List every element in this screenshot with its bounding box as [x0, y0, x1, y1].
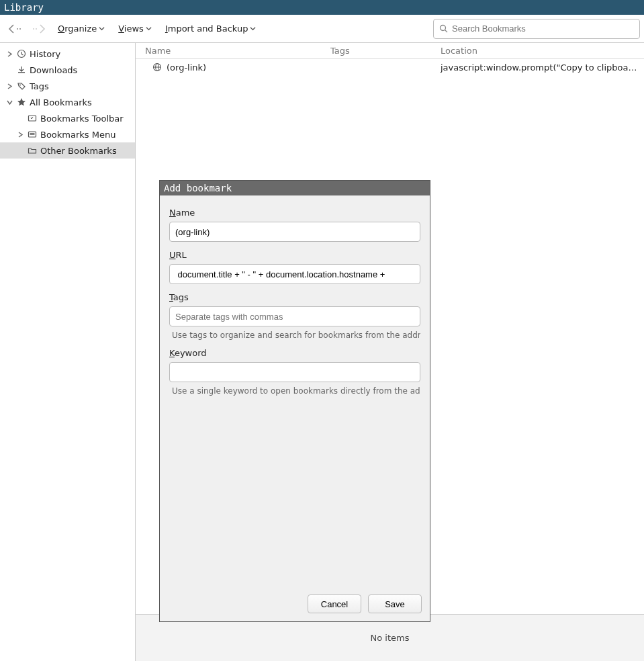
- row-location: javascript:window.prompt("Copy to clipbo…: [431, 62, 644, 73]
- organize-menu[interactable]: Organize: [52, 21, 110, 36]
- sidebar-item-downloads[interactable]: Downloads: [0, 62, 135, 78]
- sidebar-item-bookmarks-toolbar[interactable]: Bookmarks Toolbar: [0, 110, 135, 126]
- column-headers: Name Tags Location: [136, 43, 644, 59]
- svg-point-1: [19, 28, 21, 30]
- star-icon: [16, 97, 27, 107]
- url-field[interactable]: [169, 264, 420, 284]
- row-name: (org-link): [167, 62, 206, 73]
- svg-point-2: [33, 28, 34, 30]
- table-row[interactable]: (org-link) javascript:window.prompt("Cop…: [136, 59, 644, 75]
- sidebar-item-label: Downloads: [30, 65, 77, 75]
- column-header-name[interactable]: Name: [136, 46, 330, 56]
- sidebar-item-history[interactable]: History: [0, 46, 135, 62]
- svg-point-0: [17, 28, 18, 30]
- chevron-down-icon: [99, 26, 105, 32]
- window-title: Library: [4, 2, 44, 13]
- back-button[interactable]: [4, 19, 26, 38]
- save-button[interactable]: Save: [368, 594, 422, 613]
- sidebar-item-label: Bookmarks Menu: [40, 130, 116, 140]
- sidebar-item-bookmarks-menu[interactable]: Bookmarks Menu: [0, 126, 135, 142]
- tags-hint: Use tags to organize and search for book…: [169, 330, 420, 340]
- menu-folder-icon: [27, 129, 38, 140]
- sidebar-item-label: All Bookmarks: [30, 97, 92, 107]
- collapse-icon[interactable]: [5, 99, 13, 105]
- name-label: Name: [169, 208, 420, 218]
- toolbar: Organize Views Import and Backup: [0, 15, 644, 43]
- search-icon: [439, 24, 448, 33]
- svg-point-3: [36, 28, 37, 30]
- sidebar-item-other-bookmarks[interactable]: Other Bookmarks: [0, 142, 135, 159]
- clock-icon: [16, 48, 27, 59]
- search-box[interactable]: [433, 19, 640, 39]
- window-titlebar: Library: [0, 0, 644, 15]
- toolbar-folder-icon: [27, 113, 38, 124]
- tags-field[interactable]: [169, 306, 420, 326]
- forward-button[interactable]: [28, 19, 50, 38]
- name-field[interactable]: [169, 222, 420, 242]
- globe-icon: [152, 62, 163, 73]
- sidebar-item-label: Bookmarks Toolbar: [40, 114, 124, 124]
- content-area: Name Tags Location (org-link) javascript…: [136, 43, 644, 661]
- dialog-title: Add bookmark: [160, 181, 430, 195]
- sidebar-item-label: Tags: [30, 81, 49, 91]
- cancel-button[interactable]: Cancel: [308, 594, 361, 613]
- column-header-location[interactable]: Location: [431, 46, 644, 56]
- import-backup-menu[interactable]: Import and Backup: [160, 21, 262, 36]
- keyword-label: Keyword: [169, 348, 420, 358]
- keyword-hint: Use a single keyword to open bookmarks d…: [169, 386, 420, 396]
- sidebar-item-label: Other Bookmarks: [40, 146, 117, 156]
- column-header-tags[interactable]: Tags: [330, 46, 431, 56]
- tags-icon: [16, 81, 27, 91]
- sidebar-item-all-bookmarks[interactable]: All Bookmarks: [0, 94, 135, 110]
- bookmark-list: (org-link) javascript:window.prompt("Cop…: [136, 59, 644, 614]
- url-label: URL: [169, 250, 420, 260]
- chevron-down-icon: [250, 26, 256, 32]
- status-text: No items: [371, 633, 410, 643]
- keyword-field[interactable]: [169, 362, 420, 382]
- views-menu[interactable]: Views: [113, 21, 157, 36]
- folder-icon: [27, 145, 38, 156]
- download-icon: [16, 64, 27, 75]
- expand-icon[interactable]: [5, 51, 13, 57]
- sidebar: History Downloads Tags All: [0, 43, 136, 661]
- svg-point-4: [441, 26, 446, 31]
- tags-label: Tags: [169, 292, 420, 302]
- svg-point-7: [19, 85, 21, 86]
- sidebar-item-label: History: [30, 49, 60, 59]
- expand-icon[interactable]: [16, 132, 24, 138]
- add-bookmark-dialog: Add bookmark Name URL Tags Use tags to o…: [159, 180, 430, 622]
- expand-icon[interactable]: [5, 83, 13, 89]
- search-input[interactable]: [452, 24, 634, 34]
- chevron-down-icon: [146, 26, 152, 32]
- sidebar-item-tags[interactable]: Tags: [0, 78, 135, 94]
- svg-line-5: [445, 30, 448, 33]
